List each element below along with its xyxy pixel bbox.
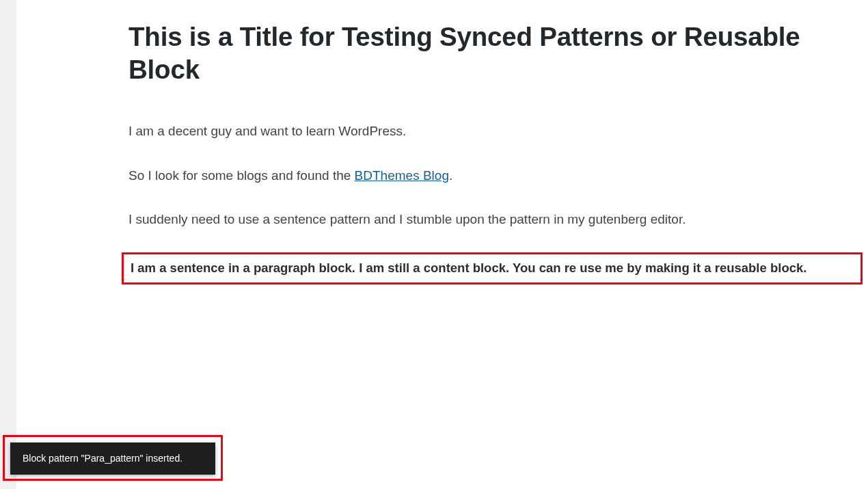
post-content: This is a Title for Testing Synced Patte… (128, 21, 867, 285)
highlighted-pattern-block[interactable]: I am a sentence in a paragraph block. I … (122, 252, 863, 285)
reusable-pattern-paragraph[interactable]: I am a sentence in a paragraph block. I … (131, 260, 854, 277)
post-title[interactable]: This is a Title for Testing Synced Patte… (128, 21, 867, 86)
content-link[interactable]: BDThemes Blog (355, 168, 449, 183)
paragraph-block[interactable]: I am a decent guy and want to learn Word… (128, 120, 867, 142)
snackbar-notice[interactable]: Block pattern "Para_pattern" inserted. (10, 442, 215, 475)
editor-canvas: This is a Title for Testing Synced Patte… (16, 0, 868, 489)
paragraph-text: . (449, 168, 452, 183)
paragraph-block[interactable]: So I look for some blogs and found the B… (128, 165, 867, 187)
toast-highlight-outline: Block pattern "Para_pattern" inserted. (3, 435, 223, 481)
paragraph-text: So I look for some blogs and found the (128, 168, 355, 183)
snackbar-message: Block pattern "Para_pattern" inserted. (23, 453, 182, 464)
paragraph-block[interactable]: I suddenly need to use a sentence patter… (128, 209, 867, 230)
